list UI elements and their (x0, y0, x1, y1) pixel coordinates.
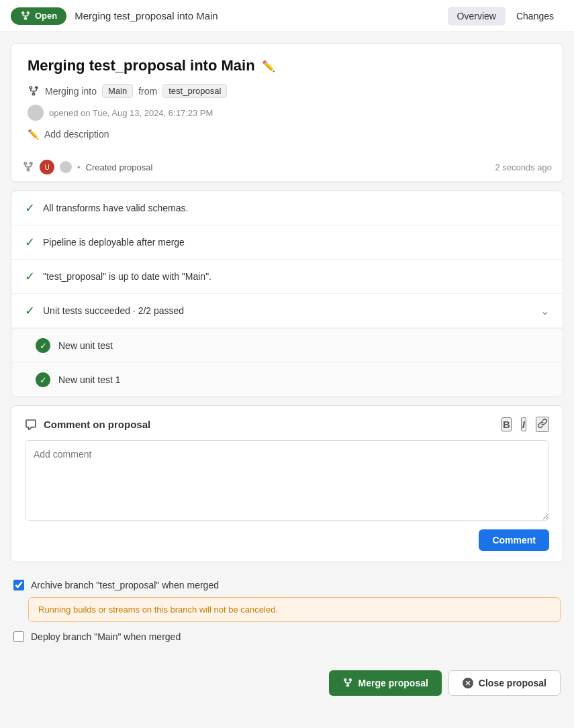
unit-tests-expanded: ✓ New unit test ✓ New unit test 1 (11, 328, 563, 397)
check-item-2: ✓ Pipeline is deployable after merge (11, 225, 563, 260)
pr-header: Merging test_proposal into Main ✏️ Mergi… (11, 44, 563, 153)
nav-tabs: Overview Changes (448, 7, 563, 25)
check-icon-4: ✓ (25, 303, 35, 318)
top-bar: Open Merging test_proposal into Main Ove… (0, 0, 574, 32)
pr-header-card: Merging test_proposal into Main ✏️ Mergi… (11, 43, 563, 183)
activity-time: 2 seconds ago (495, 162, 552, 172)
branch-main-tag: Main (102, 84, 133, 98)
check-icon-3: ✓ (25, 269, 35, 284)
close-label: Close proposal (479, 678, 546, 688)
merging-into-label: Merging into (45, 86, 97, 97)
unit-test-label-2: New unit test 1 (58, 374, 121, 385)
unit-test-label-1: New unit test (58, 340, 113, 351)
options-section: Archive branch "test_proposal" when merg… (11, 570, 563, 657)
from-label: from (138, 86, 157, 97)
check-text-3: "test_proposal" is up to date with "Main… (43, 271, 211, 282)
edit-icon[interactable]: ✏️ (262, 60, 275, 72)
add-description-btn[interactable]: ✏️ Add description (28, 129, 546, 140)
comment-title: Comment on proposal (44, 419, 150, 430)
checks-list: ✓ All transforms have valid schemas. ✓ P… (11, 191, 563, 397)
tab-overview[interactable]: Overview (448, 7, 506, 25)
activity-row: U • Created proposal 2 seconds ago (11, 153, 563, 182)
activity-name-placeholder (60, 161, 72, 173)
activity-merge-icon (22, 161, 34, 173)
action-row: Merge proposal Close proposal (11, 665, 563, 698)
check-text-4: Unit tests succeeded · 2/2 passed (43, 305, 184, 316)
check-icon-1: ✓ (25, 201, 35, 215)
check-text-2: Pipeline is deployable after merge (43, 237, 185, 248)
deploy-label[interactable]: Deploy branch "Main" when merged (31, 631, 181, 642)
comment-textarea[interactable] (25, 440, 549, 521)
pr-opened-row: opened on Tue, Aug 13, 2024, 6:17:23 PM (28, 105, 546, 121)
check-text-1: All transforms have valid schemas. (43, 203, 188, 213)
archive-label[interactable]: Archive branch "test_proposal" when merg… (31, 580, 219, 590)
close-btn-icon (463, 678, 473, 688)
pr-meta-row: Merging into Main from test_proposal (28, 84, 546, 98)
link-icon (537, 418, 548, 429)
comment-header: Comment on proposal B I (25, 417, 549, 432)
check-item-4[interactable]: ✓ Unit tests succeeded · 2/2 passed ⌄ (11, 294, 563, 328)
branch-proposal-tag: test_proposal (162, 84, 227, 98)
comment-section: Comment on proposal B I Comment (11, 406, 563, 562)
comment-card: Comment on proposal B I Comment (11, 405, 563, 562)
activity-created-label: Created proposal (86, 162, 153, 172)
author-avatar (28, 105, 44, 121)
pencil-icon: ✏️ (28, 129, 39, 140)
main-content: Merging test_proposal into Main ✏️ Mergi… (0, 32, 574, 709)
bold-button[interactable]: B (501, 417, 512, 431)
open-badge: Open (11, 7, 66, 25)
deploy-checkbox[interactable] (13, 631, 24, 642)
italic-button[interactable]: I (521, 417, 526, 431)
activity-user-avatar: U (40, 160, 54, 174)
check-item-3: ✓ "test_proposal" is up to date with "Ma… (11, 260, 563, 294)
link-button[interactable] (536, 417, 549, 432)
close-proposal-button[interactable]: Close proposal (448, 670, 561, 696)
check-icon-2: ✓ (25, 235, 35, 250)
merge-meta-icon (28, 85, 40, 97)
archive-checkbox-row: Archive branch "test_proposal" when merg… (11, 573, 563, 597)
unit-test-1: ✓ New unit test (11, 329, 563, 363)
comment-tools: B I (501, 417, 549, 432)
pr-title-row: Merging test_proposal into Main ✏️ (28, 57, 546, 74)
check-item-1: ✓ All transforms have valid schemas. (11, 191, 563, 225)
merge-label: Merge proposal (358, 678, 428, 688)
unit-test-check-icon-1: ✓ (36, 338, 50, 353)
pr-title: Merging test_proposal into Main (28, 57, 255, 74)
topbar-pr-title: Merging test_proposal into Main (75, 10, 439, 21)
comment-icon (25, 419, 37, 431)
merge-btn-icon (342, 678, 353, 688)
archive-checkbox[interactable] (13, 580, 24, 590)
chevron-down-icon: ⌄ (540, 305, 549, 317)
merge-icon (20, 11, 31, 21)
deploy-checkbox-row: Deploy branch "Main" when merged (11, 625, 563, 649)
archive-warning: Running builds or streams on this branch… (28, 597, 561, 622)
comment-btn-row: Comment (25, 529, 549, 551)
submit-comment-button[interactable]: Comment (479, 529, 549, 551)
unit-test-2: ✓ New unit test 1 (11, 363, 563, 397)
merge-proposal-button[interactable]: Merge proposal (329, 670, 442, 696)
add-description-label: Add description (44, 129, 109, 140)
tab-changes[interactable]: Changes (507, 7, 563, 25)
unit-test-check-icon-2: ✓ (36, 372, 50, 387)
checks-card: ✓ All transforms have valid schemas. ✓ P… (11, 191, 563, 397)
open-label: Open (35, 11, 57, 21)
opened-on-text: opened on Tue, Aug 13, 2024, 6:17:23 PM (49, 108, 213, 118)
